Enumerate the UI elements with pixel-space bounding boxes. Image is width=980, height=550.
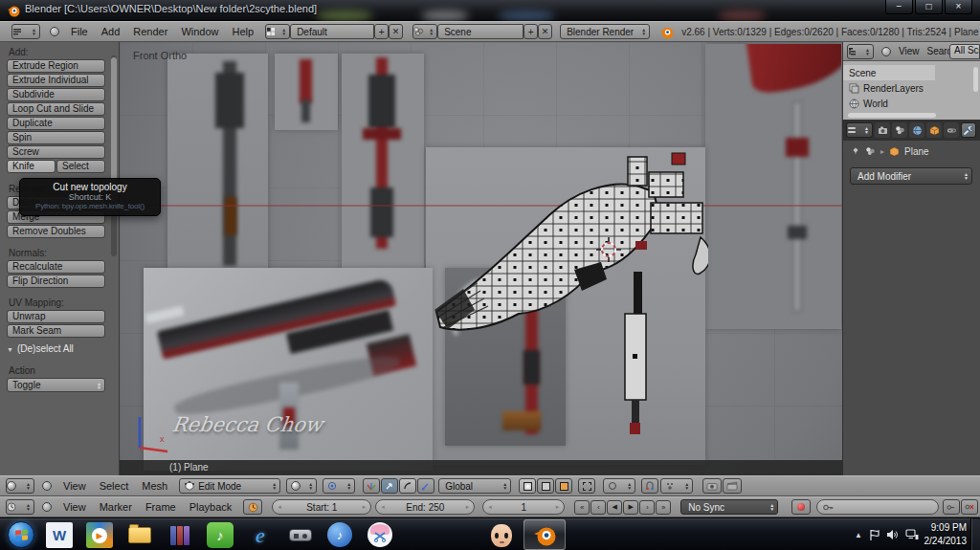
flip-direction-button[interactable]: Flip Direction: [7, 275, 105, 288]
edge-select-button[interactable]: [537, 478, 554, 494]
jump-to-end-button[interactable]: »: [656, 500, 671, 515]
delete-keyframe-button[interactable]: [961, 499, 978, 515]
jump-next-keyframe-button[interactable]: ›: [639, 500, 655, 515]
tray-expand-icon[interactable]: ▲: [855, 531, 862, 539]
network-icon[interactable]: [905, 529, 919, 540]
start-button[interactable]: [8, 521, 34, 548]
viewport-3d[interactable]: Rebecca Chow: [120, 42, 842, 475]
mode-dropdown[interactable]: Edit Mode: [179, 478, 280, 494]
outliner-vertical-scrollbar[interactable]: [973, 67, 978, 92]
volume-icon[interactable]: [886, 529, 899, 540]
pivot-point-dropdown[interactable]: [323, 478, 355, 494]
taskbar-icon-green-music-player[interactable]: ♪: [207, 522, 234, 548]
knife-button[interactable]: Knife: [7, 160, 56, 173]
taskbar-icon-winrar[interactable]: [167, 522, 193, 548]
outliner-horizontal-scrollbar[interactable]: [848, 113, 936, 118]
timeline-menu-view[interactable]: View: [63, 501, 86, 513]
properties-editor-type-button[interactable]: [846, 122, 873, 138]
manipulator-rotate-button[interactable]: [399, 478, 416, 494]
opengl-render-button[interactable]: [702, 478, 722, 494]
tab-scene[interactable]: [892, 122, 907, 138]
knife-select-button[interactable]: Select: [56, 160, 105, 173]
tool-shelf-scrollbar[interactable]: [111, 55, 117, 256]
delete-scene-button[interactable]: ✕: [538, 24, 552, 39]
increment-arrow-icon[interactable]: ▸: [363, 503, 367, 511]
close-button[interactable]: ×: [945, 0, 972, 14]
increment-arrow-icon[interactable]: ▸: [556, 503, 560, 511]
screen-layout-button[interactable]: [265, 24, 290, 39]
add-layout-button[interactable]: +: [374, 24, 389, 39]
window-titlebar[interactable]: Blender [C:\Users\OWNER\Desktop\New fold…: [0, 0, 980, 21]
recalculate-button[interactable]: Recalculate: [7, 260, 105, 274]
duplicate-button[interactable]: Duplicate: [7, 117, 105, 130]
timeline-menu-marker[interactable]: Marker: [100, 501, 132, 513]
scene-selector-button[interactable]: [412, 24, 437, 39]
scene-breadcrumb-icon[interactable]: [865, 146, 876, 156]
face-select-button[interactable]: [555, 478, 572, 494]
outliner-item-world[interactable]: World: [843, 96, 980, 111]
taskbar-clock[interactable]: 9:09 PM 2/24/2013: [924, 521, 968, 548]
minimize-button[interactable]: −: [885, 0, 913, 14]
tab-modifiers[interactable]: [961, 122, 976, 138]
outliner-editor-type-button[interactable]: [847, 44, 874, 59]
outliner-item-scene[interactable]: Scene: [843, 65, 935, 80]
tab-world[interactable]: [909, 122, 924, 138]
outliner-item-renderlayers[interactable]: RenderLayers: [843, 80, 980, 96]
opengl-render-anim-button[interactable]: [723, 478, 742, 494]
auto-keyframe-record-button[interactable]: [791, 499, 811, 515]
outliner-menu-view[interactable]: View: [899, 46, 920, 56]
vertex-select-button[interactable]: [519, 478, 536, 494]
start-frame-field[interactable]: ◂ Start: 1 ▸: [272, 499, 371, 515]
menu-render[interactable]: Render: [133, 26, 167, 37]
taskbar-icon-gamepad[interactable]: [287, 522, 314, 548]
proportional-edit-dropdown[interactable]: [603, 478, 635, 494]
remove-doubles-button[interactable]: Remove Doubles: [7, 225, 105, 238]
maximize-button[interactable]: □: [915, 0, 943, 14]
limit-selection-visible-button[interactable]: [578, 478, 595, 494]
timeline-editor-type-button[interactable]: [6, 499, 34, 515]
decrement-arrow-icon[interactable]: ◂: [381, 503, 385, 511]
jump-prev-keyframe-button[interactable]: ‹: [590, 500, 606, 515]
subdivide-button[interactable]: Subdivide: [7, 88, 105, 101]
edit-mesh[interactable]: [431, 149, 708, 436]
add-scene-button[interactable]: +: [523, 24, 538, 39]
deselect-all-panel-header[interactable]: (De)select All: [7, 342, 113, 356]
menu-add[interactable]: Add: [101, 26, 121, 37]
pin-icon[interactable]: [851, 146, 860, 157]
play-reverse-button[interactable]: ◀: [607, 500, 622, 515]
taskbar-icon-blender[interactable]: [531, 522, 558, 548]
taskbar-icon-isaac[interactable]: [488, 522, 515, 548]
tab-object[interactable]: [926, 122, 942, 138]
view3d-editor-type-button[interactable]: [6, 478, 34, 494]
transform-orientation-dropdown[interactable]: Global: [438, 478, 511, 494]
taskbar-icon-internet-explorer[interactable]: e: [247, 522, 274, 548]
end-frame-field[interactable]: ◂ End: 250 ▸: [375, 499, 475, 515]
screen-layout-name-field[interactable]: Default: [290, 24, 374, 39]
editor-type-button[interactable]: [11, 24, 40, 39]
insert-keyframe-button[interactable]: [943, 499, 960, 515]
timeline-collapse-toggle[interactable]: [42, 502, 52, 512]
scene-name-field[interactable]: Scene: [437, 24, 523, 39]
menu-window[interactable]: Window: [181, 26, 218, 37]
action-toggle-dropdown[interactable]: Toggle: [7, 378, 105, 392]
play-button[interactable]: ▶: [623, 500, 638, 515]
keying-set-field[interactable]: [816, 499, 939, 515]
taskbar-icon-explorer[interactable]: [126, 522, 153, 548]
unwrap-button[interactable]: Unwrap: [7, 310, 105, 323]
header-collapse-toggle[interactable]: [50, 27, 59, 36]
snap-element-dropdown[interactable]: [660, 478, 693, 494]
current-frame-field[interactable]: ◂ 1 ▸: [482, 499, 565, 515]
manipulator-translate-button[interactable]: [381, 478, 398, 494]
jump-to-start-button[interactable]: «: [574, 500, 590, 515]
taskbar-icon-media-player[interactable]: ▶: [86, 522, 113, 548]
extrude-region-button[interactable]: Extrude Region: [7, 59, 105, 73]
mark-seam-button[interactable]: Mark Seam: [7, 324, 105, 338]
decrement-arrow-icon[interactable]: ◂: [278, 503, 281, 511]
use-preview-range-button[interactable]: [243, 499, 262, 515]
decrement-arrow-icon[interactable]: ◂: [488, 503, 492, 511]
delete-layout-button[interactable]: ✕: [389, 24, 403, 39]
menu-file[interactable]: File: [71, 26, 88, 37]
view3d-menu-mesh[interactable]: Mesh: [142, 480, 167, 492]
extrude-individual-button[interactable]: Extrude Individual: [7, 74, 105, 87]
taskbar-icon-pink-game[interactable]: [368, 522, 392, 547]
